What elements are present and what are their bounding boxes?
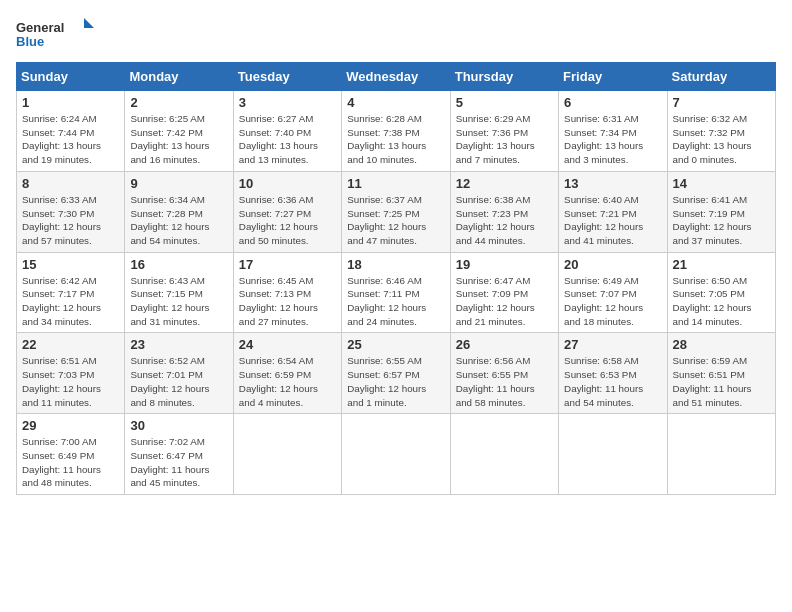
day-info: Sunrise: 6:50 AM Sunset: 7:05 PM Dayligh… [673,274,770,329]
logo-icon: General Blue [16,16,96,50]
day-info: Sunrise: 6:54 AM Sunset: 6:59 PM Dayligh… [239,354,336,409]
calendar-cell: 15 Sunrise: 6:42 AM Sunset: 7:17 PM Dayl… [17,252,125,333]
day-number: 11 [347,176,444,191]
day-info: Sunrise: 6:28 AM Sunset: 7:38 PM Dayligh… [347,112,444,167]
sunset: Sunset: 7:09 PM [456,288,528,299]
day-number: 7 [673,95,770,110]
day-number: 23 [130,337,227,352]
daylight: Daylight: 12 hours and 44 minutes. [456,221,535,246]
calendar-cell: 25 Sunrise: 6:55 AM Sunset: 6:57 PM Dayl… [342,333,450,414]
sunrise: Sunrise: 6:31 AM [564,113,639,124]
day-info: Sunrise: 6:47 AM Sunset: 7:09 PM Dayligh… [456,274,553,329]
day-header-friday: Friday [559,63,667,91]
daylight: Daylight: 13 hours and 19 minutes. [22,140,101,165]
day-info: Sunrise: 6:49 AM Sunset: 7:07 PM Dayligh… [564,274,661,329]
day-info: Sunrise: 7:02 AM Sunset: 6:47 PM Dayligh… [130,435,227,490]
calendar-week-4: 22 Sunrise: 6:51 AM Sunset: 7:03 PM Dayl… [17,333,776,414]
day-info: Sunrise: 6:43 AM Sunset: 7:15 PM Dayligh… [130,274,227,329]
sunrise: Sunrise: 6:49 AM [564,275,639,286]
calendar-cell: 21 Sunrise: 6:50 AM Sunset: 7:05 PM Dayl… [667,252,775,333]
calendar-cell [342,414,450,495]
calendar-cell [667,414,775,495]
calendar-cell: 18 Sunrise: 6:46 AM Sunset: 7:11 PM Dayl… [342,252,450,333]
svg-text:Blue: Blue [16,34,44,49]
sunrise: Sunrise: 6:32 AM [673,113,748,124]
sunset: Sunset: 7:13 PM [239,288,311,299]
sunrise: Sunrise: 6:36 AM [239,194,314,205]
calendar-cell: 13 Sunrise: 6:40 AM Sunset: 7:21 PM Dayl… [559,171,667,252]
daylight: Daylight: 13 hours and 13 minutes. [239,140,318,165]
calendar-cell: 20 Sunrise: 6:49 AM Sunset: 7:07 PM Dayl… [559,252,667,333]
sunrise: Sunrise: 6:37 AM [347,194,422,205]
sunset: Sunset: 7:30 PM [22,208,94,219]
daylight: Daylight: 12 hours and 8 minutes. [130,383,209,408]
sunrise: Sunrise: 6:56 AM [456,355,531,366]
calendar-cell: 16 Sunrise: 6:43 AM Sunset: 7:15 PM Dayl… [125,252,233,333]
calendar-cell: 2 Sunrise: 6:25 AM Sunset: 7:42 PM Dayli… [125,91,233,172]
day-number: 9 [130,176,227,191]
day-number: 24 [239,337,336,352]
sunrise: Sunrise: 6:47 AM [456,275,531,286]
day-number: 21 [673,257,770,272]
daylight: Daylight: 12 hours and 57 minutes. [22,221,101,246]
calendar-cell: 4 Sunrise: 6:28 AM Sunset: 7:38 PM Dayli… [342,91,450,172]
daylight: Daylight: 11 hours and 54 minutes. [564,383,643,408]
day-info: Sunrise: 6:42 AM Sunset: 7:17 PM Dayligh… [22,274,119,329]
day-header-saturday: Saturday [667,63,775,91]
sunset: Sunset: 7:44 PM [22,127,94,138]
sunset: Sunset: 7:19 PM [673,208,745,219]
day-info: Sunrise: 6:29 AM Sunset: 7:36 PM Dayligh… [456,112,553,167]
sunrise: Sunrise: 7:02 AM [130,436,205,447]
day-info: Sunrise: 6:51 AM Sunset: 7:03 PM Dayligh… [22,354,119,409]
day-info: Sunrise: 6:46 AM Sunset: 7:11 PM Dayligh… [347,274,444,329]
day-number: 3 [239,95,336,110]
day-number: 15 [22,257,119,272]
day-info: Sunrise: 6:59 AM Sunset: 6:51 PM Dayligh… [673,354,770,409]
calendar-week-3: 15 Sunrise: 6:42 AM Sunset: 7:17 PM Dayl… [17,252,776,333]
sunset: Sunset: 6:57 PM [347,369,419,380]
day-number: 17 [239,257,336,272]
sunrise: Sunrise: 6:59 AM [673,355,748,366]
sunrise: Sunrise: 6:43 AM [130,275,205,286]
day-info: Sunrise: 6:27 AM Sunset: 7:40 PM Dayligh… [239,112,336,167]
sunrise: Sunrise: 6:27 AM [239,113,314,124]
sunset: Sunset: 6:59 PM [239,369,311,380]
day-info: Sunrise: 6:45 AM Sunset: 7:13 PM Dayligh… [239,274,336,329]
sunset: Sunset: 7:42 PM [130,127,202,138]
day-number: 16 [130,257,227,272]
calendar-cell: 10 Sunrise: 6:36 AM Sunset: 7:27 PM Dayl… [233,171,341,252]
sunrise: Sunrise: 6:58 AM [564,355,639,366]
sunrise: Sunrise: 6:28 AM [347,113,422,124]
sunrise: Sunrise: 6:34 AM [130,194,205,205]
daylight: Daylight: 12 hours and 27 minutes. [239,302,318,327]
daylight: Daylight: 12 hours and 11 minutes. [22,383,101,408]
calendar-cell: 11 Sunrise: 6:37 AM Sunset: 7:25 PM Dayl… [342,171,450,252]
day-number: 14 [673,176,770,191]
calendar-cell: 24 Sunrise: 6:54 AM Sunset: 6:59 PM Dayl… [233,333,341,414]
sunrise: Sunrise: 6:42 AM [22,275,97,286]
sunset: Sunset: 7:36 PM [456,127,528,138]
calendar-header-row: SundayMondayTuesdayWednesdayThursdayFrid… [17,63,776,91]
day-info: Sunrise: 6:25 AM Sunset: 7:42 PM Dayligh… [130,112,227,167]
sunset: Sunset: 7:15 PM [130,288,202,299]
daylight: Daylight: 12 hours and 31 minutes. [130,302,209,327]
day-info: Sunrise: 6:58 AM Sunset: 6:53 PM Dayligh… [564,354,661,409]
daylight: Daylight: 12 hours and 50 minutes. [239,221,318,246]
day-info: Sunrise: 6:52 AM Sunset: 7:01 PM Dayligh… [130,354,227,409]
sunrise: Sunrise: 6:38 AM [456,194,531,205]
daylight: Daylight: 13 hours and 3 minutes. [564,140,643,165]
day-info: Sunrise: 6:24 AM Sunset: 7:44 PM Dayligh… [22,112,119,167]
sunset: Sunset: 7:28 PM [130,208,202,219]
day-info: Sunrise: 6:33 AM Sunset: 7:30 PM Dayligh… [22,193,119,248]
calendar-cell [559,414,667,495]
daylight: Daylight: 12 hours and 4 minutes. [239,383,318,408]
sunset: Sunset: 7:27 PM [239,208,311,219]
daylight: Daylight: 12 hours and 14 minutes. [673,302,752,327]
day-number: 29 [22,418,119,433]
day-number: 26 [456,337,553,352]
calendar-cell: 22 Sunrise: 6:51 AM Sunset: 7:03 PM Dayl… [17,333,125,414]
day-header-thursday: Thursday [450,63,558,91]
day-number: 13 [564,176,661,191]
day-number: 28 [673,337,770,352]
sunset: Sunset: 7:38 PM [347,127,419,138]
